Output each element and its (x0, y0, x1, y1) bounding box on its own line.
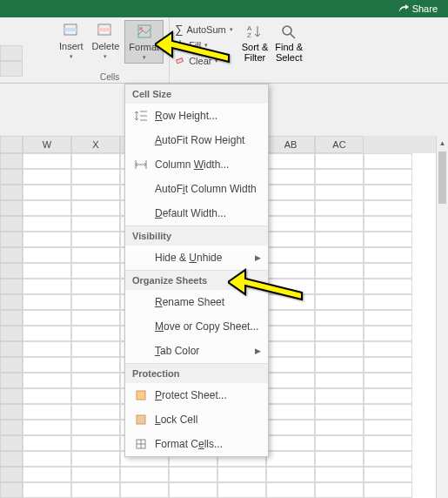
grid-cell[interactable] (315, 357, 364, 373)
grid-cell[interactable] (315, 169, 364, 185)
grid-cell[interactable] (266, 341, 315, 357)
grid-cell[interactable] (266, 153, 315, 169)
scroll-up-icon[interactable]: ▲ (437, 136, 448, 150)
insert-button[interactable]: Insert ▾ (56, 20, 87, 64)
grid-cell[interactable] (120, 467, 169, 482)
grid-cell[interactable] (266, 388, 315, 404)
grid-cell[interactable] (315, 153, 364, 169)
column-header[interactable]: X (71, 136, 120, 153)
grid-cell[interactable] (364, 482, 412, 498)
grid-cell[interactable] (71, 279, 120, 294)
column-header[interactable]: AB (266, 136, 315, 153)
grid-cell[interactable] (23, 326, 71, 341)
grid-cell[interactable] (266, 435, 315, 451)
grid-cell[interactable] (266, 232, 315, 247)
grid-cell[interactable] (71, 216, 120, 232)
grid-cell[interactable] (364, 169, 412, 185)
grid-cell[interactable] (266, 420, 315, 435)
grid-cell[interactable] (364, 373, 412, 388)
grid-cell[interactable] (315, 185, 364, 200)
menu-autofit-column[interactable]: AutoFit Column Width (125, 177, 268, 201)
grid-cell[interactable] (71, 404, 120, 420)
grid-cell[interactable] (315, 279, 364, 294)
grid-cell[interactable] (217, 467, 266, 482)
grid-cell[interactable] (364, 200, 412, 216)
grid-cell[interactable] (364, 388, 412, 404)
column-header[interactable]: AC (315, 136, 364, 153)
grid-cell[interactable] (364, 326, 412, 341)
grid-cell[interactable] (315, 388, 364, 404)
grid-cell[interactable] (364, 310, 412, 326)
scroll-thumb[interactable] (438, 151, 446, 204)
menu-row-height[interactable]: Row Row Height...Height... (125, 104, 268, 128)
grid-cell[interactable] (71, 326, 120, 341)
grid-cell[interactable] (71, 420, 120, 435)
grid-cell[interactable] (23, 435, 71, 451)
grid-cell[interactable] (315, 216, 364, 232)
grid-cell[interactable] (315, 467, 364, 482)
grid-cell[interactable] (266, 357, 315, 373)
grid-cell[interactable] (71, 341, 120, 357)
grid-cell[interactable] (266, 482, 315, 498)
grid-cell[interactable] (364, 435, 412, 451)
grid-cell[interactable] (23, 279, 71, 294)
grid-cell[interactable] (71, 435, 120, 451)
grid-cell[interactable] (315, 482, 364, 498)
vertical-scrollbar[interactable]: ▲ (436, 136, 448, 498)
grid-cell[interactable] (71, 388, 120, 404)
grid-cell[interactable] (364, 420, 412, 435)
grid-cell[interactable] (315, 435, 364, 451)
grid-cell[interactable] (364, 232, 412, 247)
grid-cell[interactable] (364, 404, 412, 420)
grid-cell[interactable] (23, 232, 71, 247)
grid-cell[interactable] (71, 294, 120, 310)
menu-lock-cell[interactable]: Lock Cell (125, 407, 268, 432)
grid-cell[interactable] (71, 169, 120, 185)
grid-cell[interactable] (23, 169, 71, 185)
grid-cell[interactable] (23, 467, 71, 482)
grid-cell[interactable] (71, 247, 120, 263)
grid-cell[interactable] (71, 185, 120, 200)
grid-cell[interactable] (23, 404, 71, 420)
grid-cell[interactable] (364, 247, 412, 263)
grid-cell[interactable] (315, 341, 364, 357)
grid-cell[interactable] (364, 467, 412, 482)
grid-cell[interactable] (23, 216, 71, 232)
grid-cell[interactable] (23, 247, 71, 263)
share-button[interactable]: Share (398, 3, 438, 14)
grid-cell[interactable] (120, 482, 169, 498)
grid-cell[interactable] (364, 357, 412, 373)
grid-cell[interactable] (71, 310, 120, 326)
grid-cell[interactable] (71, 232, 120, 247)
grid-cell[interactable] (266, 200, 315, 216)
find-select-button[interactable]: Find & Select (275, 23, 303, 79)
grid-cell[interactable] (71, 357, 120, 373)
grid-cell[interactable] (23, 153, 71, 169)
delete-button[interactable]: Delete ▾ (89, 20, 124, 64)
grid-cell[interactable] (23, 341, 71, 357)
grid-cell[interactable] (266, 216, 315, 232)
grid-cell[interactable] (23, 451, 71, 467)
grid-cell[interactable] (364, 294, 412, 310)
grid-cell[interactable] (266, 185, 315, 200)
grid-cell[interactable] (169, 482, 217, 498)
grid-cell[interactable] (364, 185, 412, 200)
grid-cell[interactable] (315, 310, 364, 326)
grid-cell[interactable] (364, 263, 412, 279)
grid-cell[interactable] (169, 467, 217, 482)
grid-cell[interactable] (364, 216, 412, 232)
grid-cell[interactable] (315, 420, 364, 435)
menu-column-width[interactable]: Column Width... (125, 152, 268, 177)
grid-cell[interactable] (217, 482, 266, 498)
grid-cell[interactable] (71, 482, 120, 498)
grid-cell[interactable] (364, 451, 412, 467)
grid-cell[interactable] (23, 420, 71, 435)
grid-cell[interactable] (266, 169, 315, 185)
grid-cell[interactable] (364, 153, 412, 169)
grid-cell[interactable] (315, 247, 364, 263)
grid-cell[interactable] (315, 373, 364, 388)
grid-cell[interactable] (71, 467, 120, 482)
grid-cell[interactable] (315, 294, 364, 310)
menu-move-copy[interactable]: Move or Copy Sheet... (125, 314, 268, 339)
grid-cell[interactable] (71, 373, 120, 388)
